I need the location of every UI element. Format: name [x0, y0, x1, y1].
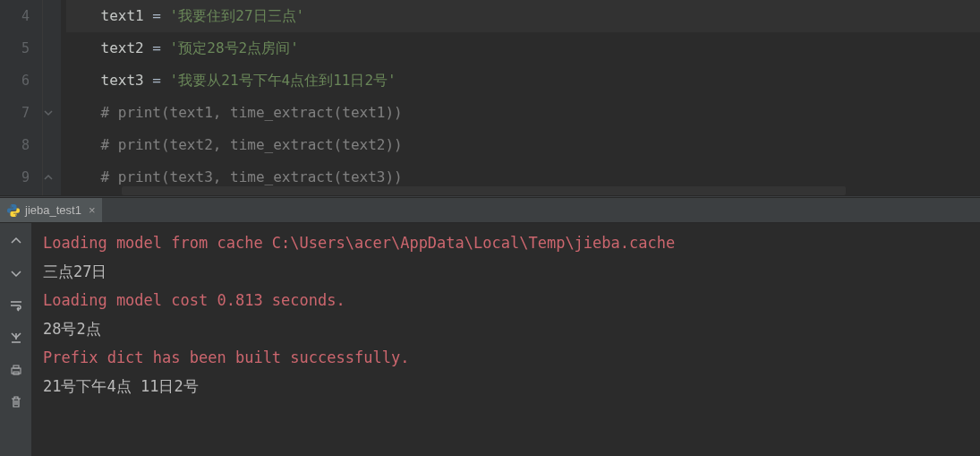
console-line: 28号2点 [43, 314, 969, 343]
code-token: = [144, 72, 170, 89]
code-line[interactable]: # print(text2, time_extract(text2)) [66, 129, 980, 161]
horizontal-scrollbar[interactable] [61, 186, 980, 195]
console-line: Loading model cost 0.813 seconds. [43, 286, 969, 314]
code-token: = [144, 39, 170, 56]
run-tool-window: jieba_test1 × Loading model from cache C… [0, 198, 980, 456]
scroll-end-icon[interactable] [5, 327, 27, 348]
code-token: '我要住到27日三点' [170, 7, 305, 24]
code-token: '预定28号2点房间' [170, 39, 299, 56]
close-icon[interactable]: × [89, 203, 96, 217]
run-tab-bar: jieba_test1 × [0, 198, 980, 223]
line-number: 4 [0, 0, 30, 32]
code-line[interactable]: text3 = '我要从21号下午4点住到11日2号' [66, 65, 980, 97]
run-tab-label: jieba_test1 [25, 203, 81, 217]
code-token: = [144, 7, 170, 24]
code-area[interactable]: text1 = '我要住到27日三点' text2 = '预定28号2点房间' … [61, 0, 980, 195]
console-output[interactable]: Loading model from cache C:\Users\acer\A… [32, 223, 980, 456]
code-token: '我要从21号下午4点住到11日2号' [170, 72, 396, 89]
line-number: 9 [0, 161, 30, 194]
console-line: 三点27日 [43, 257, 969, 286]
console-line: Prefix dict has been built successfully. [43, 343, 969, 372]
fold-column [43, 0, 61, 195]
code-token: text3 [101, 72, 144, 89]
console-toolbar [0, 223, 32, 456]
fold-open-icon[interactable] [44, 97, 53, 129]
run-tab-jieba-test1[interactable]: jieba_test1 × [0, 198, 102, 222]
code-token: # print(text3, time_extract(text3)) [101, 168, 403, 185]
svg-rect-1 [13, 366, 19, 368]
up-icon[interactable] [5, 230, 27, 252]
line-number-gutter: 456789 [0, 0, 43, 195]
code-line[interactable]: text1 = '我要住到27日三点' [66, 0, 980, 32]
console-line: Loading model from cache C:\Users\acer\A… [43, 228, 969, 257]
print-icon[interactable] [5, 359, 27, 381]
code-token: text2 [101, 39, 144, 56]
code-token: text1 [101, 7, 144, 24]
wrap-icon[interactable] [5, 295, 27, 316]
line-number: 7 [0, 97, 30, 129]
down-icon[interactable] [5, 262, 27, 284]
code-line[interactable]: text2 = '预定28号2点房间' [66, 32, 980, 65]
code-token: # print(text2, time_extract(text2)) [101, 136, 403, 153]
console-line: 21号下午4点 11日2号 [43, 372, 969, 400]
code-editor[interactable]: 456789 text1 = '我要住到27日三点' text2 = '预定28… [0, 0, 980, 195]
fold-close-icon[interactable] [44, 161, 53, 194]
trash-icon[interactable] [5, 391, 27, 413]
line-number: 6 [0, 65, 30, 97]
line-number: 8 [0, 129, 30, 161]
code-line[interactable]: # print(text1, time_extract(text1)) [66, 97, 980, 129]
line-number: 5 [0, 32, 30, 65]
code-token: # print(text1, time_extract(text1)) [101, 104, 403, 121]
python-icon [7, 204, 20, 217]
